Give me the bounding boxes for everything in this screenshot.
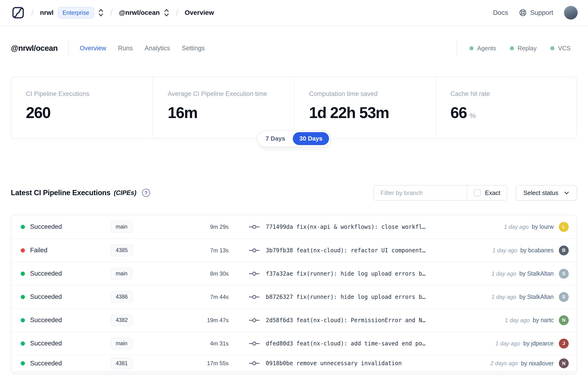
- stat-label: CI Pipeline Executions: [26, 90, 138, 97]
- time-ago-label: 2 days ago: [490, 360, 518, 367]
- avatar: S: [559, 269, 569, 279]
- commit-message: f37a32ae fix(runner): hide log upload er…: [266, 270, 482, 277]
- workspace-tabs: Overview Runs Analytics Settings: [80, 45, 205, 52]
- support-link[interactable]: Support: [519, 9, 553, 17]
- stat-value: 16m: [168, 104, 197, 122]
- branch-badge: 4381: [111, 358, 133, 369]
- indicator-label: Agents: [477, 45, 496, 52]
- workspace-switcher-button[interactable]: [163, 8, 170, 17]
- avatar: N: [559, 358, 569, 368]
- docs-link[interactable]: Docs: [493, 9, 508, 17]
- indicator-vcs[interactable]: VCS: [550, 45, 570, 52]
- stat-ci-pipeline-executions: CI Pipeline Executions 260: [11, 77, 153, 138]
- author-label: by nixallover: [521, 360, 554, 367]
- tab-analytics[interactable]: Analytics: [145, 45, 170, 52]
- branch-badge: 4385: [111, 244, 133, 256]
- duration-label: 4m 31s: [181, 340, 229, 347]
- green-dot-icon: [470, 46, 474, 50]
- select-status-label: Select status: [523, 189, 558, 197]
- indicator-label: Replay: [518, 45, 537, 52]
- toggle-30-days[interactable]: 30 Days: [293, 132, 329, 145]
- breadcrumb-page: Overview: [185, 9, 214, 17]
- nx-cloud-logo-icon[interactable]: [11, 6, 25, 19]
- cipes-header: Latest CI Pipeline Executions (CIPEs) ? …: [11, 185, 577, 201]
- avatar: L: [559, 222, 569, 232]
- section-title: Latest CI Pipeline Executions: [11, 189, 111, 197]
- lifebuoy-icon: [519, 9, 527, 17]
- stat-label: Average CI Pipeline Execution time: [168, 90, 279, 97]
- time-ago-label: 1 day ago: [504, 224, 529, 230]
- date-range-toggle: 7 Days 30 Days: [257, 130, 331, 147]
- commit-message: 3b79fb38 feat(nx-cloud): refactor UI com…: [266, 247, 483, 254]
- indicator-label: VCS: [558, 45, 570, 52]
- duration-label: 17m 55s: [181, 360, 229, 367]
- section-title-suffix: (CIPEs): [114, 189, 136, 197]
- indicator-agents[interactable]: Agents: [470, 45, 496, 52]
- branch-badge: main: [111, 338, 133, 349]
- status-label: Failed: [30, 247, 48, 254]
- chevron-down-icon: [564, 190, 570, 196]
- table-footer: [11, 371, 577, 374]
- table-row[interactable]: Failed 4385 7m 13s 3b79fb38 feat(nx-clou…: [11, 238, 577, 262]
- author-label: by StalkAltan: [519, 293, 554, 300]
- stat-value: 260: [26, 104, 50, 122]
- branch-filter-group: Exact: [374, 185, 507, 201]
- status-label: Succeeded: [30, 223, 62, 230]
- cipe-table: Succeeded main 9m 29s 771499da fix(nx-ap…: [11, 215, 577, 375]
- time-ago-label: 1 day ago: [493, 247, 517, 254]
- stat-label: Computation time saved: [309, 90, 421, 97]
- table-row[interactable]: Succeeded 4382 19m 47s 2d58f6d3 feat(nx-…: [11, 308, 577, 332]
- indicator-replay[interactable]: Replay: [510, 45, 537, 52]
- plan-badge: Enterprise: [58, 7, 94, 19]
- branch-filter-input[interactable]: [374, 186, 467, 200]
- exact-checkbox[interactable]: [474, 189, 481, 196]
- status-label: Succeeded: [30, 317, 62, 324]
- green-dot-icon: [510, 46, 514, 50]
- git-commit-icon: [249, 360, 260, 366]
- status-label: Succeeded: [30, 293, 62, 301]
- author-label: by StalkAltan: [519, 270, 554, 277]
- author-label: by bcabanes: [520, 247, 554, 254]
- git-commit-icon: [249, 294, 260, 300]
- git-commit-icon: [249, 224, 260, 230]
- status-dot-icon: [21, 272, 25, 276]
- status-indicators: Agents Replay VCS: [470, 45, 577, 52]
- stat-unit: %: [470, 112, 476, 120]
- commit-message: 771499da fix(nx-api & workflows): close …: [266, 224, 494, 230]
- tab-overview[interactable]: Overview: [80, 45, 106, 52]
- breadcrumb-separator: /: [176, 8, 178, 18]
- breadcrumb-org[interactable]: nrwl: [40, 9, 54, 17]
- time-ago-label: 1 day ago: [495, 340, 520, 347]
- stat-cache-hit-rate: Cache hit rate 66%: [435, 77, 577, 138]
- duration-label: 7m 44s: [181, 294, 229, 300]
- status-dot-icon: [21, 225, 25, 229]
- git-commit-icon: [249, 341, 260, 347]
- status-dot-icon: [21, 318, 25, 323]
- stat-computation-time-saved: Computation time saved 1d 22h 53m: [294, 77, 435, 138]
- time-ago-label: 1 day ago: [492, 294, 516, 300]
- table-row[interactable]: Succeeded main 9m 29s 771499da fix(nx-ap…: [11, 215, 577, 238]
- status-dot-icon: [21, 248, 25, 252]
- user-avatar[interactable]: [564, 6, 578, 19]
- breadcrumb-workspace[interactable]: @nrwl/ocean: [119, 9, 160, 17]
- org-switcher-button[interactable]: [98, 8, 104, 17]
- git-commit-icon: [249, 247, 260, 253]
- stat-value: 1d 22h 53m: [309, 104, 389, 122]
- table-row[interactable]: Succeeded main 8m 30s f37a32ae fix(runne…: [11, 262, 577, 285]
- help-icon[interactable]: ?: [142, 189, 150, 197]
- table-row[interactable]: Succeeded 4386 7m 44s b8726327 fix(runne…: [11, 285, 577, 308]
- green-dot-icon: [550, 46, 554, 50]
- exact-label: Exact: [485, 189, 500, 197]
- author-label: by nartc: [533, 317, 554, 323]
- table-row[interactable]: Succeeded main 4m 31s dfed80d3 feat(nx-c…: [11, 332, 577, 355]
- workspace-header: @nrwl/ocean Overview Runs Analytics Sett…: [0, 26, 588, 57]
- toggle-7-days[interactable]: 7 Days: [259, 132, 292, 145]
- page-title: @nrwl/ocean: [11, 44, 58, 53]
- table-row[interactable]: Succeeded 4381 17m 55s 0918b0be remove u…: [11, 355, 577, 371]
- tab-runs[interactable]: Runs: [118, 45, 133, 52]
- stat-average-execution-time: Average CI Pipeline Execution time 16m: [153, 77, 294, 138]
- status-dot-icon: [21, 342, 25, 346]
- tab-settings[interactable]: Settings: [182, 45, 205, 52]
- avatar: S: [559, 292, 569, 302]
- select-status-button[interactable]: Select status: [516, 185, 577, 201]
